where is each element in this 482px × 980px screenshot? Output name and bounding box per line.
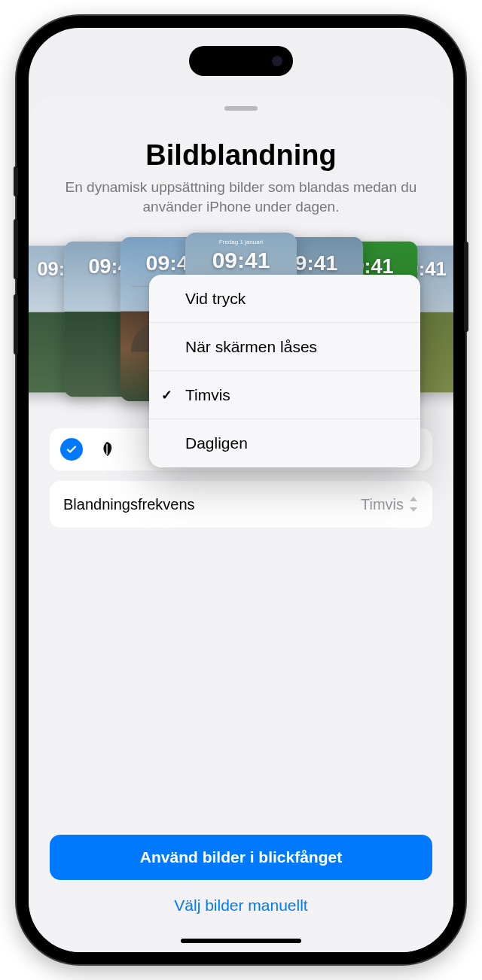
- side-button: [464, 242, 468, 332]
- sheet-grabber[interactable]: [224, 106, 258, 111]
- volume-up-button: [14, 219, 18, 279]
- preview-date: Fredag 1 januari: [185, 239, 297, 245]
- option-label: När skärmen låses: [185, 338, 317, 356]
- category-selected-check-icon[interactable]: [60, 438, 83, 461]
- frequency-popover: Vid tryck När skärmen låses ✓ Timvis Dag…: [149, 275, 420, 467]
- frequency-value-wrap: Timvis: [361, 496, 419, 513]
- option-label: Dagligen: [185, 434, 248, 452]
- nature-category-icon[interactable]: [96, 439, 117, 460]
- chevron-updown-icon: [408, 497, 419, 512]
- page-subtitle: En dynamisk uppsättning bilder som bland…: [29, 172, 453, 216]
- mute-switch: [14, 166, 18, 196]
- use-featured-photos-button[interactable]: Använd bilder i blickfånget: [50, 835, 432, 880]
- option-label: Timvis: [185, 386, 230, 404]
- phone-frame: Bildblandning En dynamisk uppsättning bi…: [17, 16, 465, 964]
- home-indicator[interactable]: [181, 939, 301, 943]
- checkmark-icon: ✓: [161, 387, 172, 403]
- shuffle-frequency-row[interactable]: Blandningsfrekvens Timvis: [50, 481, 432, 528]
- dynamic-island: [189, 46, 293, 76]
- choose-photos-manually-link[interactable]: Välj bilder manuellt: [50, 896, 432, 915]
- frequency-label: Blandningsfrekvens: [63, 496, 195, 513]
- volume-down-button: [14, 294, 18, 355]
- screen: Bildblandning En dynamisk uppsättning bi…: [29, 28, 453, 952]
- primary-button-label: Använd bilder i blickfånget: [140, 848, 342, 866]
- frequency-value: Timvis: [361, 496, 404, 513]
- frequency-option-on-tap[interactable]: Vid tryck: [149, 275, 420, 323]
- frequency-option-hourly[interactable]: ✓ Timvis: [149, 371, 420, 419]
- secondary-link-label: Välj bilder manuellt: [174, 896, 307, 914]
- preview-time: 09:41: [185, 248, 297, 273]
- frequency-option-on-lock[interactable]: När skärmen låses: [149, 323, 420, 371]
- frequency-option-daily[interactable]: Dagligen: [149, 419, 420, 467]
- controls-area: Vid tryck När skärmen låses ✓ Timvis Dag…: [29, 428, 453, 528]
- option-label: Vid tryck: [185, 290, 246, 308]
- bottom-actions: Använd bilder i blickfånget Välj bilder …: [29, 835, 453, 952]
- page-title: Bildblandning: [29, 139, 453, 172]
- sheet: Bildblandning En dynamisk uppsättning bi…: [29, 96, 453, 952]
